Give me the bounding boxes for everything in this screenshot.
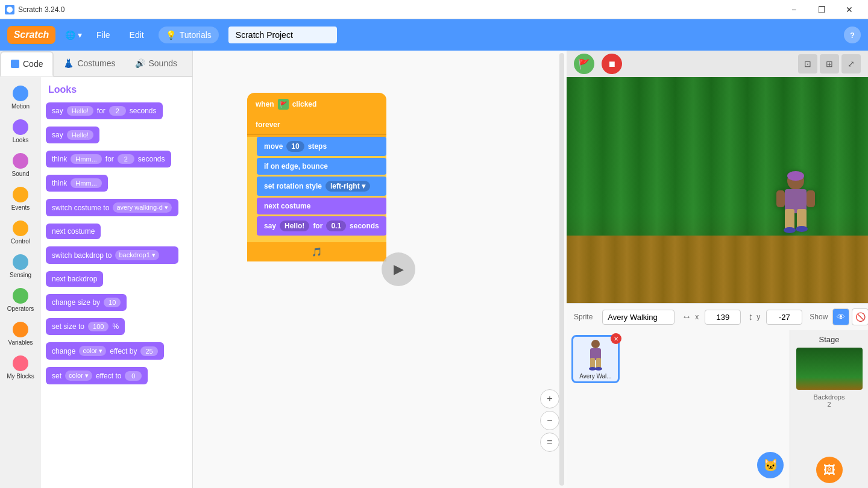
variables-label: Variables (8, 339, 33, 346)
variables-dot (13, 322, 28, 337)
sprite-avery[interactable]: ✕ Avery Wal... (571, 335, 620, 383)
stop-icon: ⏹ (608, 59, 616, 69)
globe-menu[interactable]: 🌐 ▾ (65, 30, 82, 40)
view-fullscreen-button[interactable]: ⤢ (841, 54, 861, 74)
view-small-button[interactable]: ⊡ (798, 54, 817, 74)
script-forever-block[interactable]: forever move 10 steps if on edge, bounce (247, 116, 386, 261)
tab-costumes[interactable]: 👗 Costumes (54, 51, 125, 76)
x-label: x (695, 313, 699, 321)
looks-dot (13, 119, 28, 135)
sprite-name-input[interactable] (602, 310, 675, 325)
category-myblocks[interactable]: My Blocks (2, 352, 39, 383)
left-panel: Code 👗 Costumes 🔊 Sounds Motion (0, 51, 193, 488)
block-switch-costume[interactable]: switch costume to avery walking-d ▾ (46, 199, 187, 220)
tab-code-label: Code (23, 59, 43, 69)
script-canvas: when 🚩 clicked forever move 10 steps (193, 51, 567, 488)
tab-costumes-label: Costumes (77, 58, 115, 68)
block-set-size[interactable]: set size to 100 % (46, 318, 187, 339)
play-button[interactable]: ▶ (382, 252, 415, 286)
block-change-size[interactable]: change size by 10 (46, 294, 187, 314)
script-edge-block[interactable]: if on edge, bounce (257, 158, 386, 175)
looks-label: Looks (13, 137, 29, 143)
tab-code[interactable]: Code (0, 51, 54, 77)
category-events[interactable]: Events (2, 183, 39, 214)
zoom-out-button[interactable]: − (540, 411, 559, 430)
stage-view-controls: ⊡ ⊞ ⤢ (798, 54, 861, 74)
stop-button[interactable]: ⏹ (602, 54, 622, 74)
categories-panel: Motion Looks Sound Events Control (0, 77, 41, 488)
block-change-color-effect[interactable]: change color ▾ effect by 25 (46, 342, 164, 360)
block-next-costume[interactable]: next costume (46, 224, 187, 243)
script-hat-block[interactable]: when 🚩 clicked (247, 93, 386, 116)
block-next-backdrop[interactable]: next backdrop (46, 271, 103, 287)
block-next-backdrop[interactable]: next backdrop (46, 271, 187, 290)
svg-point-10 (591, 340, 600, 348)
stage-label: Stage (819, 335, 840, 344)
block-think-timed[interactable]: think Hmm... for 2 seconds (46, 151, 171, 167)
block-think-simple[interactable]: think Hmm... (46, 175, 108, 192)
project-name-input[interactable] (228, 27, 337, 43)
zoom-in-button[interactable]: + (540, 389, 559, 408)
block-set-color[interactable]: set color ▾ effect to 0 (46, 367, 187, 388)
category-looks[interactable]: Looks (2, 116, 39, 147)
category-sound[interactable]: Sound (2, 149, 39, 181)
script-move-block[interactable]: move 10 steps (257, 137, 386, 156)
maximize-button[interactable]: ❐ (808, 0, 835, 19)
stage-thumbnail[interactable] (796, 348, 863, 390)
show-hidden-button[interactable]: 🚫 (852, 308, 868, 325)
forever-end: 🎵 (247, 242, 386, 261)
help-button[interactable]: ? (844, 27, 861, 43)
minimize-button[interactable]: − (780, 0, 808, 19)
show-visible-button[interactable]: 👁 (832, 308, 849, 325)
block-switch-backdrop[interactable]: switch backdrop to backdrop1 ▾ (46, 246, 178, 264)
show-group: Show 👁 🚫 (810, 308, 868, 325)
block-next-costume[interactable]: next costume (46, 224, 101, 239)
block-say-hello[interactable]: say Hello! (46, 127, 187, 147)
block-say-hello-2[interactable]: say Hello! for 2 seconds (46, 102, 187, 123)
events-dot (13, 187, 28, 202)
category-control[interactable]: Control (2, 217, 39, 248)
category-operators[interactable]: Operators (2, 284, 39, 316)
sprite-delete-button[interactable]: ✕ (611, 333, 621, 344)
backdrops-label: Backdrops (814, 393, 845, 401)
title-bar: Scratch 3.24.0 − ❐ ✕ (0, 0, 868, 19)
block-set-size[interactable]: set size to 100 % (46, 318, 125, 335)
script-next-costume-block[interactable]: next costume (257, 198, 386, 214)
tutorials-menu[interactable]: 💡 Tutorials (159, 27, 219, 43)
y-input[interactable] (766, 310, 802, 325)
scrollbar[interactable] (559, 53, 564, 486)
script-rotation-block[interactable]: set rotation style left-right ▾ (257, 177, 386, 196)
tab-sounds[interactable]: 🔊 Sounds (125, 51, 187, 76)
block-think-2[interactable]: think Hmm... for 2 seconds (46, 151, 187, 171)
file-menu[interactable]: File (92, 28, 115, 42)
add-sprite-button[interactable]: 🐱 (757, 452, 784, 478)
flag-icon: 🚩 (278, 99, 289, 110)
block-change-size[interactable]: change size by 10 (46, 294, 127, 311)
block-think[interactable]: think Hmm... (46, 175, 187, 195)
block-say[interactable]: say Hello! for 2 seconds (46, 102, 163, 119)
block-say-simple[interactable]: say Hello! (46, 127, 99, 143)
control-label: Control (11, 238, 30, 245)
category-motion[interactable]: Motion (2, 82, 39, 113)
block-switch-backdrop[interactable]: switch backdrop to backdrop1 ▾ (46, 246, 187, 267)
category-sensing[interactable]: Sensing (2, 251, 39, 282)
zoom-reset-button[interactable]: = (540, 433, 559, 452)
code-icon (11, 60, 19, 68)
svg-rect-8 (776, 190, 785, 207)
title-bar-controls: − ❐ ✕ (780, 0, 863, 19)
music-note-icon: 🎵 (312, 247, 322, 257)
script-say-block[interactable]: say Hello! for 0.1 seconds (257, 216, 386, 236)
block-switch-costume[interactable]: switch costume to avery walking-d ▾ (46, 199, 178, 216)
category-variables[interactable]: Variables (2, 318, 39, 349)
green-flag-button[interactable]: 🚩 (574, 54, 594, 74)
view-medium-button[interactable]: ⊞ (820, 54, 839, 74)
close-button[interactable]: ✕ (835, 0, 863, 19)
scratch-logo[interactable]: Scratch (7, 26, 55, 44)
tab-sounds-label: Sounds (149, 58, 177, 68)
myblocks-dot (13, 355, 28, 371)
edit-menu[interactable]: Edit (125, 28, 149, 42)
block-set-color-effect[interactable]: set color ▾ effect to 0 (46, 367, 148, 384)
x-input[interactable] (705, 310, 741, 325)
block-change-color[interactable]: change color ▾ effect by 25 (46, 342, 187, 363)
add-backdrop-button[interactable]: 🖼 (816, 457, 843, 483)
